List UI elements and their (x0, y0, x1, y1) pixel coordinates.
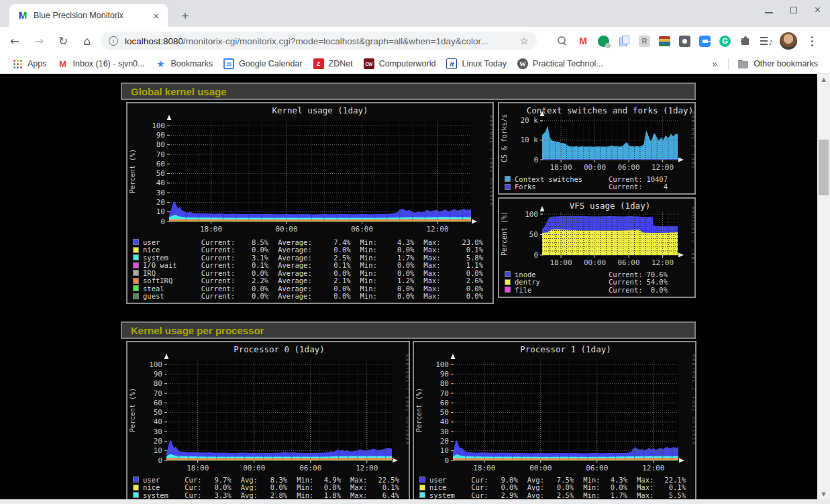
back-icon[interactable]: ← (5, 32, 24, 50)
window-maximize-icon[interactable] (790, 7, 797, 13)
address-bar[interactable]: i localhost:8080/monitorix-cgi/monitorix… (101, 32, 537, 50)
legend-swatch (133, 476, 139, 483)
scroll-up-icon[interactable]: ▲ (817, 74, 830, 85)
legend-series-name: Forks (515, 183, 609, 191)
legend-row-context-switches: Context switchesCurrent:10407 (505, 175, 694, 183)
bookmark-item-zdnet[interactable]: ZZDNet (308, 56, 358, 71)
extensions-row: MRG (556, 31, 818, 51)
legend-stat: Min:1.7% (583, 491, 637, 499)
voice-icon[interactable] (598, 36, 609, 47)
other-bookmarks[interactable]: Other bookmarks (733, 57, 823, 70)
svg-text:18:00: 18:00 (200, 225, 222, 234)
context-switches-graph[interactable]: 010 k20 k18:0000:0006:0012:00Context swi… (498, 102, 696, 195)
window-close-icon[interactable]: × (815, 7, 821, 13)
scroll-down-icon[interactable]: ▼ (817, 489, 830, 499)
keep-icon[interactable] (679, 36, 690, 47)
svg-text:10: 10 (440, 446, 449, 455)
svg-text:80: 80 (154, 379, 162, 388)
svg-text:20 k: 20 k (521, 116, 539, 125)
bookmark-item-google-calendar[interactable]: 28Google Calendar (218, 56, 308, 71)
tab-close-icon[interactable]: × (150, 9, 162, 21)
legend-row-softirq: softIRQCurrent:2.2%Average:2.1%Min:1.2%M… (133, 277, 492, 285)
legend-swatch (419, 492, 425, 498)
svg-text:90: 90 (440, 370, 449, 379)
bookmark-item-practical-technol[interactable]: WPractical Technol... (512, 56, 609, 71)
page-info-icon[interactable]: i (109, 36, 118, 46)
scrollbar-thumb[interactable] (819, 140, 829, 195)
svg-text:06:00: 06:00 (618, 163, 640, 172)
gmail-icon[interactable]: M (577, 35, 589, 47)
legend-row-irq: IRQCurrent:0.0%Average:0.0%Min:0.0%Max:0… (133, 269, 492, 277)
legend-stat: Average:2.1% (278, 276, 360, 285)
vertical-scrollbar[interactable]: ▲ ▼ (817, 74, 830, 504)
legend-stat: Max:5.8% (423, 254, 492, 262)
legend-series-name: Context switches (515, 175, 609, 183)
svg-text:0: 0 (533, 251, 538, 260)
legend-stat: Avg:8.3% (241, 476, 297, 484)
processor-1-graph[interactable]: 010203040506070809010018:0000:0006:0012:… (413, 341, 696, 504)
svg-text:06:00: 06:00 (351, 225, 373, 234)
legend-stat: Min:0.0% (360, 246, 424, 254)
bookmark-item-inbox-16-sjvn0[interactable]: MInbox (16) - sjvn0... (52, 56, 150, 71)
svg-text:10 k: 10 k (521, 136, 539, 144)
legend-stat: Cur:0.0% (471, 483, 527, 491)
zoom-icon[interactable] (699, 36, 711, 47)
copy-icon[interactable] (618, 35, 630, 47)
legend-swatch (505, 287, 511, 293)
legend-stat: Min:0.0% (360, 292, 424, 300)
svg-text:Percent (%): Percent (%) (129, 388, 136, 432)
zdnet-icon: Z (313, 58, 324, 69)
monitorix-favicon: M (17, 10, 28, 21)
bookmark-label: Google Calendar (239, 59, 303, 68)
legend-series-name: nice (429, 483, 471, 491)
svg-text:60: 60 (154, 399, 162, 407)
bookmark-star-icon[interactable]: ☆ (520, 35, 529, 47)
legend-stat: Average:2.5% (278, 254, 360, 262)
svg-text:0: 0 (158, 456, 162, 465)
processor-0-graph[interactable]: 010203040506070809010018:0000:0006:0012:… (126, 341, 410, 504)
legend-stat: Average:0.0% (278, 292, 360, 300)
home-icon[interactable]: ⌂ (78, 32, 97, 50)
grammarly-icon[interactable]: G (719, 36, 731, 47)
playlist-icon[interactable] (760, 37, 771, 45)
legend-stat: Current:0.0% (201, 246, 278, 254)
forward-icon[interactable]: → (30, 32, 48, 50)
vfs-usage-graph[interactable]: 05010018:0000:0006:0012:00VFS usage (1da… (498, 197, 696, 298)
linuxtoday-icon: lt (446, 58, 457, 69)
svg-text:0: 0 (533, 156, 538, 164)
legend-stat: Avg:0.0% (527, 483, 583, 491)
reload-icon[interactable]: ↻ (54, 32, 72, 50)
svg-text:06:00: 06:00 (618, 258, 640, 267)
bookmarks-overflow-icon[interactable]: » (705, 58, 724, 69)
legend-stat: Min:0.0% (360, 261, 424, 269)
bookmarks-divider (728, 58, 729, 70)
legend-stat: Current:0.0% (201, 269, 278, 277)
vfs-usage-legend: inodeCurrent:70.6%dentryCurrent:54.0%fil… (499, 268, 694, 297)
svg-text:70: 70 (440, 389, 449, 398)
legend-stat: Current:0.1% (201, 261, 278, 269)
legend-series-name: user (429, 476, 471, 484)
legend-series-name: file (515, 286, 609, 294)
bookmark-item-apps[interactable]: Apps (7, 56, 52, 71)
legend-stat: Max:0.0% (423, 269, 492, 277)
profile-avatar[interactable] (780, 32, 797, 50)
svg-text:30: 30 (154, 427, 162, 436)
legend-stat: Max:0.1% (350, 483, 409, 491)
section-header-global-kernel: Global kernel usage (121, 83, 696, 100)
window-minimize-icon[interactable] (765, 12, 773, 13)
svg-text:RRDTOOL / TOBI OETIKER: RRDTOOL / TOBI OETIKER (690, 111, 694, 173)
legend-swatch (133, 492, 139, 498)
bookmark-item-linux-today[interactable]: ltLinux Today (441, 56, 512, 71)
browser-menu-icon[interactable] (806, 35, 818, 47)
bookmark-item-bookmarks[interactable]: ★Bookmarks (150, 56, 219, 71)
search-icon[interactable] (556, 35, 568, 47)
books-icon[interactable] (659, 36, 670, 46)
kernel-usage-graph[interactable]: 010203040506070809010018:0000:0006:0012:… (126, 102, 494, 304)
puzzle-icon[interactable] (739, 35, 751, 47)
bookmark-item-computerworld[interactable]: CWComputerworld (358, 56, 442, 71)
legend-row-system: systemCur:2.9%Avg:2.5%Min:1.7%Max:5.5% (419, 491, 695, 499)
browser-tab[interactable]: M Blue Precision Monitorix × (9, 4, 168, 27)
svg-text:M: M (19, 10, 28, 21)
reader-icon[interactable]: R (639, 36, 650, 47)
new-tab-button[interactable]: + (177, 8, 193, 24)
